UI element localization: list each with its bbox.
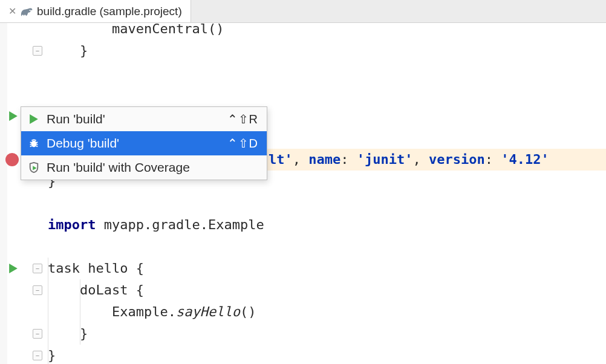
menu-item-label: Run 'build' with Coverage: [47, 160, 258, 175]
code-line[interactable]: }: [45, 345, 606, 364]
gutter-strip: [0, 23, 7, 364]
menu-run-coverage[interactable]: Run 'build' with Coverage: [21, 155, 267, 180]
fold-icon[interactable]: [33, 285, 42, 295]
gradle-icon: [20, 6, 33, 17]
gutter-fold-row-4: [0, 345, 45, 364]
gutter-fold-row: [0, 40, 45, 62]
breakpoint-icon[interactable]: [5, 153, 19, 166]
code-line[interactable]: }: [45, 40, 606, 62]
run-icon[interactable]: [8, 264, 18, 273]
editor-gutter[interactable]: [0, 23, 45, 364]
code-editor[interactable]: mavenCentral() } lt', name: 'junit', ver…: [0, 23, 606, 364]
svg-point-0: [30, 10, 31, 11]
fold-icon[interactable]: [33, 329, 42, 339]
gutter-run-row-2: [0, 258, 45, 279]
gutter-fold-row-3: [0, 323, 45, 345]
code-line[interactable]: doLast {: [45, 279, 606, 301]
tab-title: build.gradle (sample.project): [37, 5, 182, 18]
coverage-icon: [27, 161, 41, 174]
close-icon[interactable]: ✕: [8, 5, 16, 17]
code-line[interactable]: import myapp.gradle.Example: [45, 214, 606, 236]
menu-item-label: Debug 'build': [47, 136, 221, 151]
menu-debug-build[interactable]: Debug 'build' ⌃⇧D: [21, 131, 267, 155]
run-icon: [27, 112, 41, 126]
svg-line-7: [36, 146, 38, 147]
fold-icon[interactable]: [33, 46, 42, 56]
svg-line-2: [30, 142, 32, 143]
code-area[interactable]: mavenCentral() } lt', name: 'junit', ver…: [45, 23, 606, 364]
code-line[interactable]: task hello {: [45, 258, 606, 279]
fold-icon[interactable]: [33, 351, 42, 360]
run-icon[interactable]: [8, 111, 18, 121]
fold-icon[interactable]: [33, 264, 42, 273]
menu-item-label: Run 'build': [47, 112, 221, 126]
menu-item-shortcut: ⌃⇧D: [227, 136, 258, 151]
menu-run-build[interactable]: Run 'build' ⌃⇧R: [21, 107, 267, 131]
menu-item-shortcut: ⌃⇧R: [227, 112, 258, 126]
code-line[interactable]: Example.sayHello(): [45, 301, 606, 323]
code-line[interactable]: }: [45, 323, 606, 345]
context-menu: Run 'build' ⌃⇧R Debug 'bui: [21, 106, 267, 180]
svg-point-1: [31, 141, 37, 148]
svg-line-4: [30, 146, 32, 147]
gutter-fold-row-2: [0, 279, 45, 301]
code-line[interactable]: mavenCentral(): [45, 18, 606, 40]
svg-line-5: [36, 142, 38, 143]
debug-icon: [27, 137, 41, 150]
ide-window: ✕ build.gradle (sample.project): [0, 0, 606, 364]
